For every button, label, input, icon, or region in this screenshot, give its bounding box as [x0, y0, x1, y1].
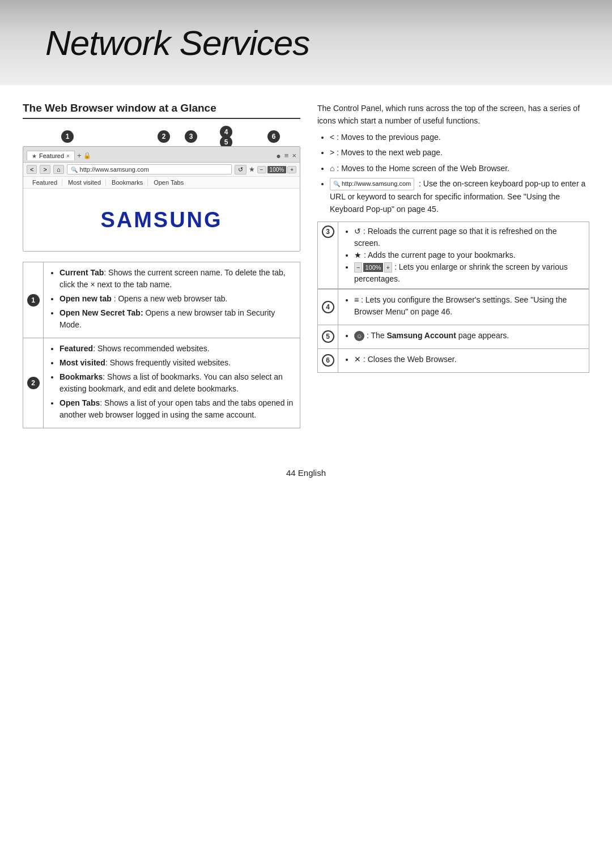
- browser-body: SAMSUNG: [23, 189, 300, 251]
- list-item: ★ : Adds the current page to your bookma…: [354, 249, 583, 261]
- star-bookmark-icon[interactable]: ★: [249, 165, 255, 173]
- browser-mockup-wrapper: 1 2 3 4 5 6: [23, 126, 300, 252]
- zoom-plus-inline: +: [384, 262, 392, 273]
- table-row: 1 Current Tab: Shows the current screen …: [23, 262, 300, 338]
- browser-mockup: ★ Featured × + 🔒 ● ≡ × < >: [23, 146, 300, 252]
- info-table: 1 Current Tab: Shows the current screen …: [23, 262, 300, 428]
- url-text: http://www.samsung.com: [80, 166, 149, 173]
- callout-3: 3: [322, 225, 334, 238]
- list-item: ☺ : The Samsung Account page appears.: [354, 330, 583, 342]
- url-search-icon-small: 🔍: [333, 180, 340, 189]
- tab-label: Featured: [39, 152, 64, 159]
- list-item: Bookmarks: Shows a list of bookmarks. Yo…: [60, 371, 294, 395]
- callout-6: 6: [322, 354, 334, 367]
- language-text: English: [298, 468, 326, 478]
- list-item: Open Tabs: Shows a list of your open tab…: [60, 397, 294, 421]
- table-row: 4 ≡ : Lets you configure the Browser's s…: [318, 289, 589, 325]
- bookmark-most-visited[interactable]: Most visited: [63, 178, 106, 186]
- window-close-icon[interactable]: ×: [292, 151, 296, 160]
- right-column: The Control Panel, which runs across the…: [317, 102, 589, 428]
- annotation-2: 2: [158, 130, 170, 143]
- zoom-value: 100%: [267, 166, 287, 173]
- browser-tab-featured: ★ Featured ×: [27, 151, 75, 160]
- menu-lines-icon[interactable]: ≡: [284, 151, 289, 160]
- bookmark-bookmarks[interactable]: Bookmarks: [107, 178, 148, 186]
- content-area: The Web Browser window at a Glance 1 2 3…: [0, 85, 612, 445]
- row-number-4: 4: [318, 289, 338, 325]
- zoom-inline: − 100% +: [354, 262, 392, 273]
- tab-star-icon: ★: [32, 153, 37, 159]
- browser-bookmark-bar: Featured Most visited Bookmarks Open Tab…: [23, 177, 300, 189]
- zoom-value-inline: 100%: [363, 263, 382, 273]
- tab-close-icon: ×: [66, 153, 70, 159]
- label-featured: Featured: [60, 344, 93, 353]
- list-item: Open new tab : Opens a new web browser t…: [60, 293, 294, 305]
- lock-icon: 🔒: [83, 152, 91, 159]
- list-item: 🔍 http://www.samsung.com : Use the on-sc…: [330, 177, 589, 216]
- row-number-6: 6: [318, 348, 338, 372]
- list-item: ↺ : Reloads the current page so that it …: [354, 225, 583, 249]
- list-item: − 100% + : Lets you enlarge or shrink th…: [354, 261, 583, 285]
- left-column: The Web Browser window at a Glance 1 2 3…: [23, 102, 300, 428]
- annotation-6: 6: [267, 130, 280, 143]
- row-number-5: 5: [318, 325, 338, 348]
- list-item: ✕ : Closes the Web Browser.: [354, 354, 583, 365]
- zoom-minus-button[interactable]: −: [257, 166, 266, 173]
- annotation-1: 1: [61, 130, 74, 143]
- table-row: 3 ↺ : Reloads the current page so that i…: [318, 222, 589, 288]
- browser-tabs-bar: ★ Featured × + 🔒 ● ≡ ×: [23, 147, 300, 163]
- dot-icon: ●: [276, 151, 280, 160]
- browser-nav-bar: < > ⌂ 🔍 http://www.samsung.com ↺ ★ − 100…: [23, 163, 300, 177]
- row-number-1: 1: [23, 262, 44, 338]
- list-item: > : Moves to the next web page.: [330, 146, 589, 159]
- right-ann3-block: 3 ↺ : Reloads the current page so that i…: [317, 222, 589, 289]
- callout-2: 2: [27, 377, 40, 389]
- label-most-visited: Most visited: [60, 358, 105, 367]
- ann3-content-cell: ↺ : Reloads the current page so that it …: [338, 222, 589, 288]
- back-button[interactable]: <: [27, 165, 37, 174]
- label-open-secret-tab: Open New Secret Tab:: [60, 308, 143, 317]
- page-title: Network Services: [45, 23, 309, 63]
- url-inline-display: 🔍 http://www.samsung.com: [330, 178, 414, 190]
- ann3-num-cell: 3: [318, 222, 338, 288]
- zoom-control: − 100% +: [257, 166, 296, 173]
- footer: 44 English: [0, 457, 612, 489]
- label-current-tab: Current Tab: [60, 268, 104, 277]
- label-bookmarks: Bookmarks: [60, 372, 103, 381]
- table-row: 5 ☺ : The Samsung Account page appears.: [318, 325, 589, 348]
- header-bar: Network Services: [0, 0, 612, 85]
- callout-1: 1: [27, 294, 40, 307]
- callout-5: 5: [322, 330, 334, 343]
- annotation-3-top: 3: [185, 130, 197, 143]
- nav-right-controls: ↺ ★ − 100% +: [235, 165, 296, 175]
- bookmark-featured[interactable]: Featured: [28, 178, 62, 186]
- row-content-5: ☺ : The Samsung Account page appears.: [338, 325, 589, 348]
- row-content-2: Featured: Shows recommended websites. Mo…: [44, 338, 300, 428]
- list-item: Most visited: Shows frequently visited w…: [60, 357, 294, 369]
- row-content-6: ✕ : Closes the Web Browser.: [338, 348, 589, 372]
- url-search-icon: 🔍: [71, 167, 78, 173]
- row-number-2: 2: [23, 338, 44, 428]
- samsung-account-label: Samsung Account: [386, 331, 456, 340]
- list-item: < : Moves to the previous page.: [330, 131, 589, 143]
- bookmark-open-tabs[interactable]: Open Tabs: [149, 178, 188, 186]
- home-button[interactable]: ⌂: [53, 165, 64, 174]
- callout-4: 4: [322, 301, 334, 313]
- zoom-plus-button[interactable]: +: [287, 166, 296, 173]
- right-top-text: The Control Panel, which runs across the…: [317, 102, 589, 216]
- row-content-1: Current Tab: Shows the current screen na…: [44, 262, 300, 338]
- samsung-logo: SAMSUNG: [100, 208, 222, 232]
- list-item: Current Tab: Shows the current screen na…: [60, 267, 294, 291]
- label-open-new-tab: Open new tab: [60, 294, 112, 303]
- tab-add-button[interactable]: +: [77, 151, 82, 160]
- url-inline-text: http://www.samsung.com: [342, 179, 411, 189]
- row-content-4: ≡ : Lets you configure the Browser's set…: [338, 289, 589, 325]
- label-open-tabs: Open Tabs: [60, 398, 100, 407]
- list-item: Featured: Shows recommended websites.: [60, 343, 294, 355]
- right-info-table: 4 ≡ : Lets you configure the Browser's s…: [317, 289, 589, 373]
- forward-button[interactable]: >: [40, 165, 50, 174]
- reload-button[interactable]: ↺: [235, 165, 246, 175]
- url-bar[interactable]: 🔍 http://www.samsung.com: [67, 164, 232, 175]
- intro-paragraph: The Control Panel, which runs across the…: [317, 104, 580, 125]
- person-icon: ☺: [354, 331, 364, 341]
